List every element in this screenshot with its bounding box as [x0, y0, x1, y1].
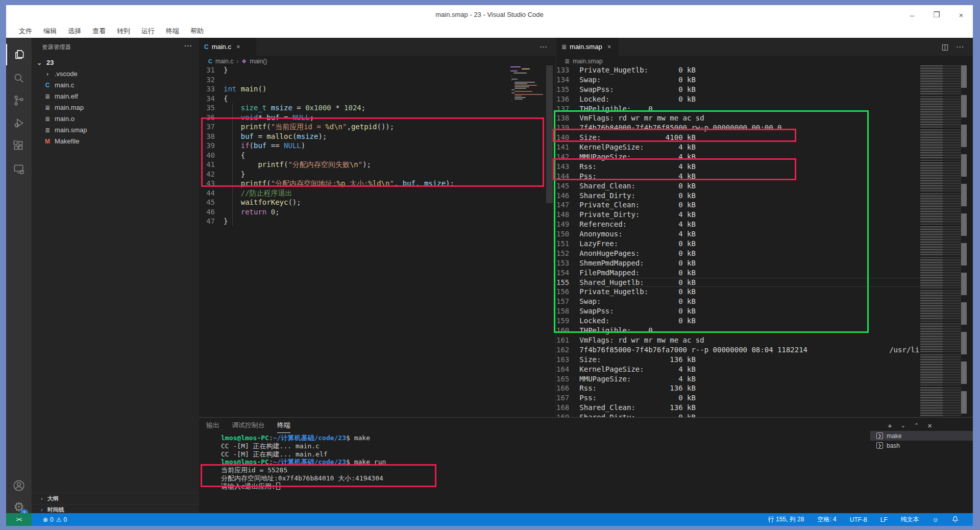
maximize-panel-icon[interactable]: ⌃ [914, 422, 919, 429]
tab-close-icon[interactable]: × [607, 43, 611, 51]
tree-item-main-map[interactable]: ≣main.map [32, 102, 199, 113]
tree-item-Makefile[interactable]: MMakefile [32, 136, 199, 147]
token: \n [381, 179, 390, 187]
smap-text: Shared_Hugetlb: 0 kB [579, 278, 920, 287]
file-icon: ≣ [43, 113, 52, 125]
split-editor-icon[interactable]: ◫ [942, 42, 949, 52]
menu-item[interactable]: 转到 [112, 26, 135, 37]
menu-item[interactable]: 编辑 [39, 26, 61, 37]
tab-main-c[interactable]: C main.c × [199, 38, 256, 56]
source-control-icon[interactable] [6, 90, 32, 111]
token: msize [424, 179, 446, 187]
smap-text: Private_Dirty: 4 kB [579, 210, 920, 220]
tab-main-smap[interactable]: ≣ main.smap × [556, 38, 619, 56]
editor-scrollbar[interactable] [546, 65, 553, 203]
code-line: 44 //防止程序退出 [199, 188, 510, 198]
notifications-bell-icon[interactable] [952, 516, 959, 524]
token: \n [334, 123, 342, 131]
line-number: 157 [556, 297, 579, 306]
indent-setting[interactable]: 空格: 4 [817, 515, 836, 524]
line-number: 137 [556, 104, 579, 114]
more-actions-icon[interactable]: ⋯ [956, 42, 964, 52]
menu-item[interactable]: 终端 [161, 26, 184, 37]
outline-section[interactable]: › 大纲 [32, 493, 199, 504]
terminal-dropdown-icon[interactable]: ⌄ [901, 422, 905, 429]
token: getpid [351, 123, 377, 131]
terminal-line: lmos@lmos-PC:~/计算机基础/code/23$ make [221, 434, 386, 442]
close-panel-icon[interactable]: × [927, 421, 932, 430]
close-button[interactable]: × [957, 11, 966, 19]
feedback-icon[interactable]: ☺ [933, 516, 939, 523]
minimap-main-c[interactable] [510, 65, 544, 234]
line-number: 145 [556, 181, 579, 191]
terminal-instance-bash[interactable]: ❯bash [870, 441, 973, 450]
explorer-more-icon[interactable]: ⋯ [184, 41, 192, 51]
smap-line: 141KernelPageSize: 4 kB [556, 142, 920, 152]
extensions-icon[interactable] [6, 136, 32, 157]
account-icon[interactable] [6, 475, 32, 496]
editor-main-smap[interactable]: 133Private_Hugetlb: 0 kB134Swap: 0 kB135… [556, 65, 920, 417]
maximize-button[interactable]: ❐ [932, 10, 941, 19]
smap-line: 158SwapPss: 0 kB [556, 306, 920, 316]
token: printf [258, 160, 284, 168]
minimap-line [511, 89, 514, 90]
smap-line: 144Pss: 4 kB [556, 172, 920, 181]
token: } [224, 170, 245, 178]
token: NULL [292, 113, 310, 122]
token: ); [446, 179, 454, 187]
token: ()); [377, 123, 394, 131]
terminal-text: ~/计算机基础/code/23 [273, 434, 346, 442]
new-terminal-icon[interactable]: + [888, 421, 892, 430]
terminal-output[interactable]: lmos@lmos-PC:~/计算机基础/code/23$ makeCC -[M… [221, 434, 386, 491]
minimap-main-smap[interactable] [920, 65, 961, 417]
problems-warnings[interactable]: ⚠ 0 [56, 516, 67, 523]
tree-item-main-smap[interactable]: ≣main.smap [32, 125, 199, 136]
tab-close-icon[interactable]: × [236, 43, 240, 51]
minimap-line [514, 86, 529, 87]
eol-setting[interactable]: LF [880, 516, 888, 523]
remote-explorer-icon[interactable] [6, 158, 32, 180]
menu-item[interactable]: 文件 [14, 26, 37, 37]
more-actions-icon[interactable]: ⋯ [540, 42, 547, 52]
panel-tab-输出[interactable]: 输出 [206, 418, 219, 433]
tree-item--vscode[interactable]: ›.vscode [32, 68, 199, 80]
encoding[interactable]: UTF-8 [850, 516, 867, 523]
tree-item-main-elf[interactable]: ≣main.elf [32, 91, 199, 102]
remote-indicator[interactable]: >< [6, 513, 32, 526]
code-line: 39 if(buf == NULL) [199, 141, 510, 151]
token: * [331, 104, 344, 112]
menu-item[interactable]: 选择 [63, 26, 86, 37]
menu-item[interactable]: 帮助 [186, 26, 208, 37]
line-number: 159 [556, 316, 579, 326]
smap-line: 156Private_Hugetlb: 0 kB [556, 287, 920, 297]
terminal-line: 请输入c退出应用: [221, 483, 386, 491]
token: return [241, 208, 267, 216]
line-number: 155 [556, 278, 579, 287]
language-mode[interactable]: 纯文本 [901, 515, 919, 524]
menu-item[interactable]: 运行 [137, 26, 159, 37]
panel-tab-终端[interactable]: 终端 [277, 418, 290, 433]
panel-tab-调试控制台[interactable]: 调试控制台 [232, 418, 265, 433]
menu-item[interactable]: 查看 [88, 26, 110, 37]
tree-item-main-o[interactable]: ≣main.o [32, 113, 199, 125]
minimap-line [514, 91, 532, 92]
run-debug-icon[interactable] [6, 112, 32, 134]
token [236, 85, 240, 93]
terminal-instance-make[interactable]: ❯make [870, 431, 973, 441]
explorer-icon[interactable] [6, 44, 32, 65]
minimap-line [511, 79, 518, 80]
editor-main-c[interactable]: 31}3233int main()34{35 size_t msize = 0x… [199, 65, 510, 417]
token: ; [275, 208, 279, 216]
token: } [224, 217, 228, 225]
code-line: 32 [199, 75, 510, 85]
problems-errors[interactable]: ⊗ 0 [43, 516, 54, 523]
cursor-position[interactable]: 行 155, 列 28 [768, 515, 804, 524]
error-icon: ⊗ [43, 516, 48, 523]
tree-item-main-c[interactable]: Cmain.c [32, 80, 199, 91]
overview-ruler[interactable] [961, 65, 967, 417]
token: buf [266, 113, 279, 122]
minimize-button[interactable]: – [908, 11, 917, 19]
vscode-window: main.smap - 23 - Visual Studio Code – ❐ … [6, 5, 973, 526]
search-icon[interactable] [6, 67, 32, 89]
tree-root-folder[interactable]: ⌄23 [32, 57, 199, 68]
